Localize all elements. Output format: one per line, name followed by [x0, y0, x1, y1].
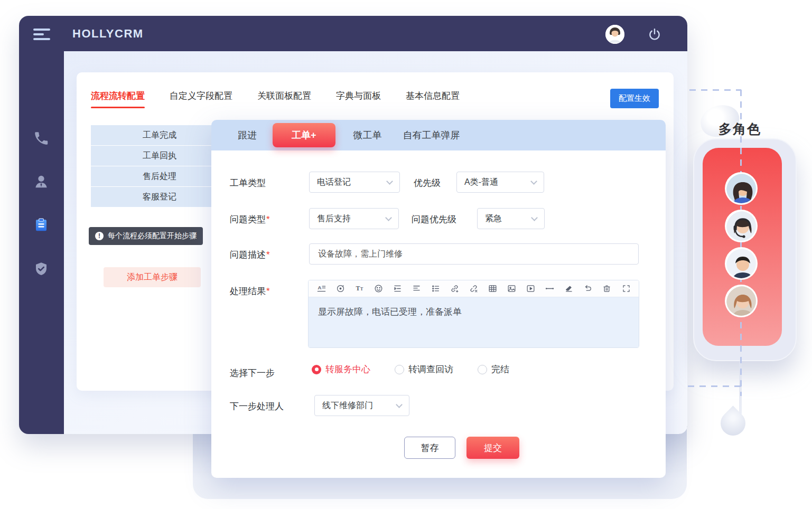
font-size-icon[interactable]: TT	[354, 284, 365, 294]
horizontal-rule-icon[interactable]	[545, 284, 555, 294]
chevron-down-icon	[385, 214, 392, 221]
step-list: 工单完成工单回执售后处理客服登记	[91, 125, 228, 208]
page-tab-0[interactable]: 流程流转配置	[91, 90, 145, 108]
clipboard-icon[interactable]	[33, 217, 50, 234]
required-mark: *	[266, 286, 270, 296]
trash-icon[interactable]	[602, 284, 612, 294]
shield-check-icon[interactable]	[33, 261, 50, 278]
issue-priority-label: 问题优先级	[412, 213, 456, 225]
text-format-icon[interactable]: A	[316, 284, 326, 294]
editor-toolbar: ATT	[309, 280, 639, 297]
radio-label: 转服务中心	[325, 363, 370, 375]
priority-label: 优先级	[414, 177, 441, 189]
apply-config-button[interactable]: 配置生效	[610, 89, 659, 108]
required-mark: *	[266, 214, 270, 224]
radio-label: 完结	[491, 363, 509, 375]
hint-tooltip: ! 每个流程必须配置开始步骤	[89, 227, 203, 245]
issue-type-value: 售后支持	[317, 213, 351, 224]
modal-tab-0[interactable]: 跟进	[238, 129, 257, 142]
emoji-icon[interactable]	[373, 284, 384, 294]
align-left-icon[interactable]	[411, 284, 422, 294]
editor-content[interactable]: 显示屏故障，电话已受理，准备派单	[309, 297, 639, 347]
chevron-down-icon	[386, 178, 393, 185]
page-tab-2[interactable]: 关联面板配置	[257, 90, 311, 108]
ticket-type-value: 电话登记	[317, 177, 351, 188]
user-icon[interactable]	[33, 174, 50, 191]
chevron-down-icon	[396, 401, 403, 408]
result-label: 处理结果*	[230, 285, 270, 297]
svg-text:A: A	[318, 285, 321, 290]
modal-tab-2[interactable]: 微工单	[353, 129, 382, 142]
phone-icon[interactable]	[33, 130, 50, 147]
next-handler-select[interactable]: 线下维修部门	[314, 395, 409, 416]
step-row-2[interactable]: 售后处理	[91, 166, 228, 187]
next-step-option-1[interactable]: 转调查回访	[395, 363, 453, 375]
modal-tab-3[interactable]: 自有工单弹屏	[403, 129, 460, 142]
issue-priority-value: 紧急	[485, 213, 502, 224]
remove-link-icon[interactable]	[469, 284, 479, 294]
rich-text-editor: ATT 显示屏故障，电话已受理，准备派单	[308, 280, 639, 348]
next-step-option-2[interactable]: 完结	[478, 363, 509, 375]
issue-type-select[interactable]: 售后支持	[309, 208, 399, 229]
next-step-radio-group: 转服务中心转调查回访完结	[312, 363, 509, 375]
video-icon[interactable]	[526, 284, 536, 294]
hamburger-icon[interactable]	[33, 29, 51, 39]
undo-icon[interactable]	[583, 284, 593, 294]
page-tab-1[interactable]: 自定义字段配置	[170, 90, 232, 108]
page-tab-4[interactable]: 基本信息配置	[406, 90, 460, 108]
exclamation-icon: !	[95, 232, 104, 240]
chevron-down-icon	[530, 178, 537, 185]
issue-desc-input[interactable]	[309, 243, 639, 265]
bullet-list-icon[interactable]	[430, 284, 441, 294]
user-avatar-photo	[605, 25, 624, 44]
water-drop-shape	[715, 406, 750, 440]
power-icon[interactable]	[648, 27, 661, 41]
indent-icon[interactable]	[392, 284, 403, 294]
issue-desc-label: 问题描述*	[230, 249, 270, 261]
page-tab-3[interactable]: 字典与面板	[336, 90, 381, 108]
radio-icon[interactable]	[395, 365, 404, 374]
table-icon[interactable]	[488, 284, 498, 294]
priority-value: A类-普通	[464, 177, 498, 188]
user-avatar[interactable]	[605, 25, 624, 44]
ticket-type-select[interactable]: 电话登记	[309, 172, 400, 193]
chevron-down-icon	[531, 214, 538, 221]
radio-label: 转调查回访	[408, 363, 453, 375]
submit-button[interactable]: 提交	[466, 437, 519, 459]
step-row-3[interactable]: 客服登记	[91, 187, 228, 208]
customer-female-avatar	[725, 285, 758, 317]
next-step-label: 选择下一步	[230, 367, 275, 379]
required-mark: *	[266, 250, 270, 260]
agent-female-avatar	[725, 172, 758, 205]
step-row-1[interactable]: 工单回执	[91, 146, 228, 166]
svg-text:T: T	[360, 287, 363, 291]
ticket-type-label: 工单类型	[230, 177, 266, 189]
next-handler-label: 下一步处理人	[230, 400, 284, 412]
issue-priority-select[interactable]: 紧急	[477, 208, 545, 229]
screen: HOLLYCRM	[0, 0, 812, 509]
ticket-modal: 跟进工单+微工单自有工单弹屏 工单类型 电话登记 优先级 A类-普通 问题类型*…	[211, 120, 666, 478]
next-step-option-0[interactable]: 转服务中心	[312, 363, 370, 375]
next-handler-value: 线下维修部门	[322, 400, 373, 411]
radio-icon[interactable]	[312, 365, 321, 374]
fullscreen-icon[interactable]	[621, 284, 631, 294]
brand-logo: HOLLYCRM	[72, 27, 144, 41]
issue-type-label: 问题类型*	[230, 213, 270, 225]
page-tabs: 流程流转配置自定义字段配置关联面板配置字典与面板基本信息配置	[91, 90, 460, 108]
hint-tooltip-text: 每个流程必须配置开始步骤	[108, 231, 197, 241]
color-palette-icon[interactable]	[335, 284, 346, 294]
add-step-button[interactable]: 添加工单步骤	[104, 267, 201, 287]
dashed-line-bottom	[688, 385, 741, 387]
modal-tab-1[interactable]: 工单+	[273, 123, 335, 147]
radio-icon[interactable]	[478, 365, 487, 374]
eraser-icon[interactable]	[564, 284, 574, 294]
priority-select[interactable]: A类-普通	[456, 172, 544, 193]
svg-text:T: T	[356, 285, 360, 292]
save-draft-button[interactable]: 暂存	[404, 437, 455, 459]
insert-link-icon[interactable]	[449, 284, 460, 294]
multi-role-label: 多角色	[718, 120, 761, 138]
manager-male-avatar	[725, 247, 758, 280]
image-icon[interactable]	[507, 284, 517, 294]
step-row-0[interactable]: 工单完成	[91, 125, 228, 146]
dashed-line-top	[689, 89, 741, 91]
